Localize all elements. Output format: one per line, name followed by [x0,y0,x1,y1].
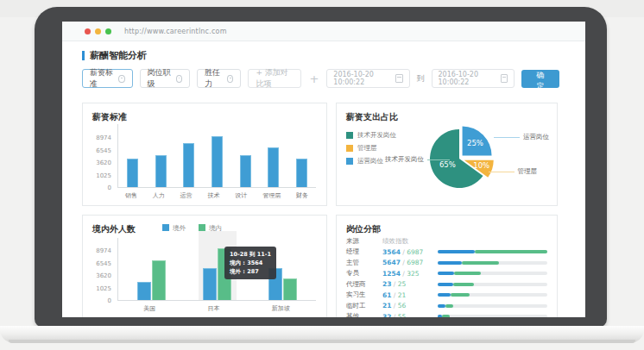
filter-chip-position-level[interactable]: 岗位职级 [140,69,191,88]
confirm-button[interactable]: 确定 [521,70,559,88]
progress-green-segment [462,261,499,265]
title-accent-bar [82,51,85,60]
row-label: 专员 [346,269,382,278]
y-axis: 01025362065458974 [86,216,114,301]
filter-toolbar: 薪资标准 岗位职级 胜任力 + 添加对比项 + 2016-10-20 10:00… [82,69,559,88]
legend-label: 技术开发岗位 [357,131,396,140]
page-title: 薪酬智能分析 [90,49,147,62]
legend-item-技术开发岗位[interactable]: 技术开发岗位 [346,131,396,140]
row-values: 1254 / 325 [382,270,438,278]
filter-chip-salary-standard[interactable]: 薪资标准 [82,69,133,88]
value-primary: 3564 [382,248,401,256]
bar-美国-境外[interactable] [137,282,151,300]
legend-swatch [199,224,205,231]
bar-人力[interactable] [155,155,167,187]
legend-label: 运营岗位 [357,157,383,166]
value-secondary: 6987 [407,259,423,266]
progress-blue-segment [438,304,445,308]
filter-chip-label: 岗位职级 [148,67,171,90]
progress-blue-segment [438,272,454,275]
bar-技术[interactable] [212,136,223,187]
x-tick-label: 人力 [153,191,165,200]
window-close-dot-icon[interactable] [85,28,91,34]
remove-icon[interactable] [118,75,124,83]
bar-美国-境内[interactable] [152,260,166,300]
bar-销售[interactable] [127,159,138,187]
progress-green-segment [445,304,453,308]
progress-track [438,250,547,253]
bar-chart-plot [117,124,316,188]
x-axis-labels: 美国日本新加坡 [117,304,316,313]
progress-track [438,315,547,317]
legend-swatch [162,224,169,231]
filter-chip-label: 薪资标准 [90,67,113,90]
page-title-row: 薪酬智能分析 [82,49,559,62]
column-header-index: 绩效指数 [382,237,438,246]
panel-title: 薪资标准 [83,103,326,123]
value-primary: 21 [382,302,391,309]
table-row-专员: 专员1254 / 325 [346,268,547,279]
window-minimize-dot-icon[interactable] [95,28,101,34]
calendar-icon[interactable] [501,74,508,83]
progress-blue-segment [438,283,453,286]
date-to-input[interactable]: 2016-10-20 10:00:22 [432,69,515,88]
row-values: 21 / 56 [382,302,438,309]
value-secondary: 55 [398,313,407,317]
x-tick-label: 运营 [180,191,193,200]
x-tick-label: 财务 [296,191,308,200]
grouped-bar-plot [117,238,316,301]
bar-新加坡-境内[interactable] [283,278,297,300]
pie-callout-label: 运营岗位 [523,133,549,141]
y-tick-label: 3620 [85,159,111,166]
pie-callout-right-bottom: 管理层 [489,167,538,176]
y-tick-label: 6545 [85,147,111,154]
value-secondary: 325 [407,270,419,278]
add-comparison-label: + 添加对比项 [256,67,294,90]
value-secondary: 25 [398,280,407,288]
panel-salary-standard: 薪资标准 01025362065458974 销售人力运营技术设计管理层财务 [82,103,327,206]
value-primary: 32 [382,313,391,317]
row-values: 23 / 25 [382,280,438,288]
legend-swatch [346,132,353,139]
bar-日本-境外[interactable] [203,268,217,300]
row-values: 61 / 21 [382,291,438,299]
x-tick-label: 日本 [207,304,219,313]
bar-财务[interactable] [296,159,307,187]
filter-chip-competency[interactable]: 胜任力 [197,69,241,88]
value-separator: / [391,302,397,309]
x-tick-label: 技术 [207,191,219,200]
add-icon[interactable]: + [309,73,319,84]
bar-管理层[interactable] [268,147,279,187]
value-secondary: 56 [398,302,407,309]
add-comparison-chip[interactable]: + 添加对比项 [248,69,301,88]
window-expand-dot-icon[interactable] [105,28,111,34]
date-range-to-label: 到 [417,73,425,84]
pie-slice-percent-label: 25% [467,139,483,147]
date-from-input[interactable]: 2016-10-20 10:00:22 [326,69,409,88]
progress-blue-segment [438,315,442,317]
progress-track [438,261,547,265]
chart-grid: 薪资标准 01025362065458974 销售人力运营技术设计管理层财务 薪… [82,103,559,317]
y-tick-label: 8974 [85,247,111,254]
panel-title: 岗位分部 [337,216,557,235]
value-primary: 1254 [382,270,401,278]
legend-item-overseas[interactable]: 境外 [162,224,186,233]
bar-设计[interactable] [240,155,251,187]
value-secondary: 6987 [407,248,423,256]
legend-item-管理层[interactable]: 管理层 [346,144,396,153]
browser-bar: http://www.careerintlnc.com [62,22,585,41]
y-tick-label: 1025 [85,285,111,292]
x-tick-label: 设计 [235,191,247,200]
calendar-icon[interactable] [395,74,402,83]
remove-icon[interactable] [176,75,182,83]
y-tick-label: 0 [85,297,111,304]
chart-tooltip: 10-28 到 11-1 境内 : 3564 境外 : 287 [224,247,276,279]
value-separator: / [391,291,397,299]
row-label: 主管 [346,259,382,267]
progress-green-segment [451,293,470,297]
remove-icon[interactable] [227,75,233,83]
row-label: 代理商 [346,280,382,289]
leader-line [489,172,515,172]
bar-运营[interactable] [183,143,194,187]
pie-callout-label: 管理层 [518,167,538,176]
